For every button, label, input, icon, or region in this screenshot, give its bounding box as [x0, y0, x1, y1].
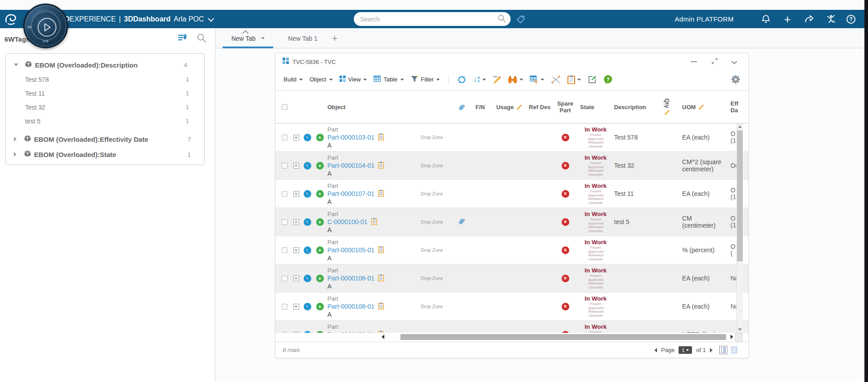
col-uom[interactable]: UOM: [676, 104, 722, 110]
structure-browser-icon[interactable]: [378, 190, 384, 198]
row-checkbox[interactable]: [282, 191, 288, 197]
scroll-left-icon[interactable]: [382, 335, 384, 339]
menu-filter[interactable]: Filter: [411, 76, 440, 84]
tag-item[interactable]: Test 11 1: [6, 86, 204, 100]
expand-toggle-icon[interactable]: +: [293, 247, 299, 253]
user-label[interactable]: Admin PLATFORM: [675, 15, 734, 23]
all-pages-view-icon[interactable]: [731, 347, 737, 353]
search-icon[interactable]: [497, 14, 506, 25]
expand-toggle-icon[interactable]: +: [293, 276, 299, 281]
tag-group-header[interactable]: EBOM (Overloaded):Effectivity Date 7: [6, 132, 204, 147]
spare-part-no-icon[interactable]: ×: [562, 303, 569, 310]
spare-part-no-icon[interactable]: ×: [562, 246, 569, 254]
add-child-icon[interactable]: +: [316, 246, 324, 254]
add-tab-icon[interactable]: +: [332, 33, 338, 44]
structure-browser-icon[interactable]: [378, 133, 384, 142]
export-icon[interactable]: [588, 75, 597, 84]
drop-zone[interactable]: Drop Zone: [421, 191, 443, 196]
tab-caret-icon[interactable]: [261, 37, 265, 39]
settings-gear-icon[interactable]: [731, 75, 740, 84]
row-checkbox[interactable]: [282, 219, 288, 225]
single-page-view-icon[interactable]: [719, 346, 727, 354]
row-checkbox[interactable]: [282, 304, 288, 310]
tag-group-header[interactable]: EBOM (Overloaded):Description 4: [6, 57, 204, 72]
expand-toggle-icon[interactable]: +: [293, 219, 299, 225]
find-icon[interactable]: [508, 76, 523, 84]
structure-browser-icon[interactable]: [378, 246, 384, 255]
structure-browser-icon[interactable]: [371, 218, 377, 226]
object-link[interactable]: C-0000100-01: [327, 218, 368, 226]
navigate-icon[interactable]: ↑: [304, 303, 311, 310]
add-child-icon[interactable]: +: [316, 218, 324, 226]
next-page-icon[interactable]: [710, 348, 713, 352]
scroll-up-icon[interactable]: [737, 123, 743, 130]
add-child-icon[interactable]: +: [316, 134, 324, 141]
clipboard-icon[interactable]: [567, 75, 581, 84]
col-description[interactable]: Description: [613, 104, 658, 110]
expand-toggle-icon[interactable]: +: [293, 191, 299, 197]
collaboration-icon[interactable]: [825, 14, 836, 25]
structure-browser-icon[interactable]: [378, 274, 384, 283]
menu-build[interactable]: Build: [284, 76, 303, 83]
structure-browser-icon[interactable]: [378, 302, 384, 311]
object-link[interactable]: Part-0000107-01: [327, 190, 374, 198]
tab-new-tab[interactable]: New Tab: [223, 28, 273, 48]
col-eff-date[interactable]: Eff Da: [722, 100, 742, 114]
col-state[interactable]: State: [578, 104, 613, 110]
dashboard-context[interactable]: Arla POC: [174, 15, 204, 23]
edit-icon[interactable]: [493, 75, 501, 84]
col-refdes[interactable]: Ref Des: [527, 104, 552, 110]
drop-zone[interactable]: Drop Zone: [421, 304, 443, 309]
search-input[interactable]: [360, 16, 497, 23]
col-attachment[interactable]: [454, 103, 469, 111]
drop-zone[interactable]: Drop Zone: [421, 135, 443, 140]
tag-item[interactable]: Test 32 1: [6, 100, 204, 114]
row-checkbox[interactable]: [282, 247, 288, 253]
row-checkbox[interactable]: [282, 276, 288, 281]
tag-filter-icon[interactable]: [177, 33, 188, 45]
vertical-scrollbar[interactable]: [736, 123, 743, 333]
tag-group-header[interactable]: EBOM (Overloaded):State 1: [6, 147, 204, 162]
prev-page-icon[interactable]: [654, 348, 657, 352]
spare-part-no-icon[interactable]: ×: [562, 275, 569, 282]
col-object[interactable]: Object: [327, 104, 454, 110]
drop-zone[interactable]: Drop Zone: [421, 163, 443, 168]
object-link[interactable]: Part-0000103-01: [327, 134, 374, 141]
collapse-icon[interactable]: [732, 59, 737, 64]
navigate-icon[interactable]: ↑: [304, 275, 311, 282]
disconnect-icon[interactable]: [551, 75, 561, 84]
tag-icon[interactable]: [516, 14, 526, 26]
tag-item[interactable]: Test 578 1: [6, 72, 204, 86]
object-link[interactable]: Part-0000104-01: [327, 162, 374, 170]
compass-play-icon[interactable]: [38, 18, 56, 37]
object-link[interactable]: Part-0000105-01: [327, 246, 374, 254]
select-all-checkbox[interactable]: [282, 104, 288, 110]
navigate-icon[interactable]: ↑: [304, 162, 311, 170]
sort-icon[interactable]: ↓AZ: [473, 76, 486, 83]
scroll-right-icon[interactable]: [730, 335, 733, 339]
object-link[interactable]: Part-0000106-01: [327, 275, 374, 282]
spare-part-no-icon[interactable]: ×: [562, 134, 569, 141]
add-child-icon[interactable]: +: [316, 303, 324, 310]
object-link[interactable]: Part-0000108-01: [327, 303, 374, 310]
navigate-icon[interactable]: ↑: [304, 246, 311, 254]
menu-table[interactable]: Table: [374, 76, 404, 83]
spare-part-no-icon[interactable]: ×: [562, 162, 569, 170]
add-child-icon[interactable]: +: [316, 275, 324, 282]
col-qty[interactable]: Qty: [658, 98, 676, 115]
3dcompass[interactable]: 3D V.R: [23, 4, 68, 48]
add-content-icon[interactable]: +: [782, 14, 793, 25]
scroll-down-icon[interactable]: [737, 327, 743, 333]
chevron-down-icon[interactable]: [209, 17, 213, 21]
maximize-icon[interactable]: [711, 58, 718, 66]
share-icon[interactable]: [804, 14, 814, 25]
paperclip-icon[interactable]: [458, 217, 465, 227]
expand-toggle-icon[interactable]: +: [293, 135, 299, 140]
row-checkbox[interactable]: [282, 135, 288, 140]
col-usage[interactable]: Usage: [491, 104, 527, 110]
spare-part-no-icon[interactable]: ×: [562, 190, 569, 198]
notifications-icon[interactable]: [761, 14, 771, 25]
expand-toggle-icon[interactable]: +: [293, 304, 299, 310]
navigate-icon[interactable]: ↑: [304, 218, 311, 226]
col-spare-part[interactable]: Spare Part: [552, 100, 578, 114]
